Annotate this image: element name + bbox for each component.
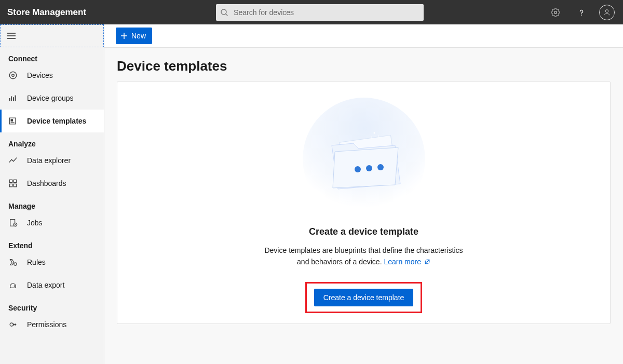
empty-state-illustration [293, 98, 435, 220]
hamburger-icon [7, 32, 16, 40]
svg-point-8 [9, 72, 17, 79]
sidebar-section-analyze: Analyze [0, 132, 104, 149]
sidebar: Connect Devices Device groups Device tem… [0, 24, 104, 364]
svg-point-29 [366, 165, 372, 171]
toolbar: New [104, 24, 623, 48]
folder-template-icon [317, 123, 411, 195]
learn-more-link[interactable]: Learn more [384, 258, 430, 266]
help-button[interactable] [573, 4, 590, 21]
sidebar-item-label: Data export [27, 281, 64, 289]
svg-rect-13 [15, 96, 16, 101]
plus-icon [120, 32, 128, 40]
sidebar-item-rules[interactable]: Rules [0, 251, 104, 274]
sidebar-item-permissions[interactable]: Permissions [0, 313, 104, 336]
content-area: New Device templates [104, 24, 623, 364]
svg-point-31 [373, 132, 375, 134]
svg-line-1 [226, 14, 227, 16]
svg-rect-17 [9, 180, 12, 182]
cta-highlight: Create a device template [305, 282, 423, 313]
sidebar-item-label: Jobs [27, 219, 43, 227]
sidebar-item-label: Rules [27, 258, 46, 266]
sidebar-item-device-templates[interactable]: Device templates [0, 110, 104, 132]
empty-state-title: Create a device template [309, 226, 418, 237]
search-input[interactable] [233, 8, 424, 17]
empty-state-card: Create a device template Device template… [117, 82, 611, 324]
svg-point-23 [14, 263, 17, 265]
svg-point-33 [371, 137, 372, 138]
create-device-template-button[interactable]: Create a device template [314, 289, 414, 306]
svg-point-32 [378, 136, 379, 137]
external-link-icon [423, 258, 430, 266]
svg-point-30 [377, 164, 384, 170]
empty-state-description: Device templates are blueprints that def… [264, 245, 463, 267]
gear-icon [551, 8, 560, 17]
avatar-icon [603, 8, 611, 17]
sidebar-item-data-export[interactable]: Data export [0, 274, 104, 296]
sidebar-item-label: Dashboards [27, 179, 66, 187]
dashboard-icon [8, 179, 18, 188]
svg-rect-11 [11, 96, 12, 101]
jobs-icon [8, 218, 18, 227]
sidebar-item-label: Data explorer [27, 156, 71, 165]
svg-point-2 [554, 11, 557, 14]
sidebar-item-jobs[interactable]: Jobs [0, 211, 104, 234]
svg-rect-16 [11, 123, 15, 123]
permissions-icon [8, 320, 18, 329]
sidebar-item-device-groups[interactable]: Device groups [0, 87, 104, 110]
templates-icon [8, 116, 18, 126]
chart-icon [8, 156, 18, 165]
svg-rect-15 [11, 119, 13, 122]
sidebar-item-dashboards[interactable]: Dashboards [0, 172, 104, 195]
sidebar-item-label: Device groups [27, 94, 74, 102]
new-button-label: New [131, 32, 146, 40]
svg-point-9 [12, 74, 15, 77]
rules-icon [8, 258, 18, 267]
svg-point-4 [605, 9, 608, 12]
sidebar-item-data-explorer[interactable]: Data explorer [0, 149, 104, 172]
svg-rect-18 [13, 180, 16, 182]
groups-icon [8, 93, 18, 103]
page-title: Device templates [117, 58, 611, 74]
search-box[interactable] [216, 4, 424, 21]
search-icon [216, 8, 233, 17]
create-device-template-label: Create a device template [323, 293, 404, 302]
help-icon [577, 8, 586, 17]
app-header: Store Management [0, 0, 623, 24]
svg-point-24 [10, 323, 13, 326]
sidebar-item-label: Device templates [27, 117, 86, 125]
sidebar-item-devices[interactable]: Devices [0, 64, 104, 87]
sidebar-item-label: Permissions [27, 320, 66, 329]
svg-rect-19 [9, 184, 12, 186]
svg-rect-10 [9, 98, 10, 101]
devices-icon [8, 71, 18, 80]
export-icon [8, 280, 18, 290]
sidebar-section-connect: Connect [0, 47, 104, 64]
settings-button[interactable] [547, 4, 564, 21]
app-title: Store Management [7, 7, 86, 18]
svg-rect-20 [13, 184, 16, 186]
sidebar-section-security: Security [0, 296, 104, 313]
svg-rect-12 [13, 97, 14, 101]
hamburger-button[interactable] [0, 24, 104, 47]
svg-point-3 [581, 15, 582, 16]
sidebar-item-label: Devices [27, 71, 53, 79]
svg-point-28 [355, 166, 361, 172]
svg-point-0 [221, 9, 226, 15]
account-avatar[interactable] [599, 5, 615, 20]
new-button[interactable]: New [116, 28, 152, 44]
sidebar-section-extend: Extend [0, 234, 104, 251]
sidebar-section-manage: Manage [0, 195, 104, 211]
